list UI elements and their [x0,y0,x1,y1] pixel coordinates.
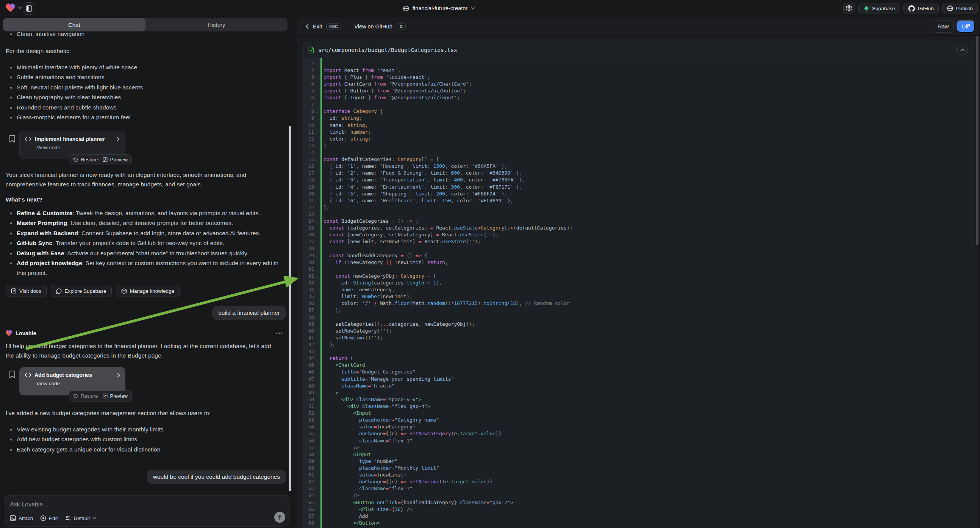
line-text: setNewCategory(''); [323,328,392,334]
design-bullet-list: Minimalist interface with plenty of whit… [6,62,286,122]
line-text: placeholder="Monthly limit" [323,465,439,471]
code-line: 60 placeholder="Monthly limit" [304,464,975,471]
bookmark-icon[interactable] [9,135,16,143]
line-number: 15 [304,156,314,162]
line-text: { id: '6', name: 'Healthcare', limit: 15… [323,198,513,204]
publish-button[interactable]: Publish [942,3,978,14]
line-number: 58 [304,452,314,457]
line-text: { id: '5', name: 'Shopping', limit: 200,… [323,191,507,197]
project-selector[interactable]: financial-future-creator [402,0,475,17]
fold-spacer [314,241,320,242]
line-number: 5 [304,88,314,94]
collapse-file-button[interactable] [957,45,967,55]
list-item: Each category gets a unique color for vi… [6,445,286,455]
fold-spacer [314,488,320,489]
restore-button[interactable]: Restore [73,393,98,399]
code-line: 42 }; [304,341,975,348]
line-number: 44 [304,355,314,361]
whats-next-list: Refine & Customize: Tweak the design, an… [6,208,286,278]
line-number: 30 [304,259,314,265]
user-message-bubble: build a financial planner [212,306,286,320]
chat-input-box[interactable]: Ask Lovable... Attach Edit [4,495,290,526]
exit-button[interactable]: Exit [313,24,322,30]
sidebar-toggle-button[interactable] [23,2,35,15]
external-link-icon [11,288,16,294]
view-code-link[interactable]: View code [20,142,125,150]
line-number: 68 [304,520,314,526]
send-button[interactable] [274,512,285,523]
code-line: 30 if (!newCategory || !newLimit) return… [304,259,975,266]
line-number: 41 [304,335,314,340]
github-button[interactable]: GitHub [904,3,939,14]
edit-button[interactable]: Edit [40,515,57,521]
code-line: 52 <Input [304,410,975,417]
code-line: 23 [304,211,975,218]
code-line: 28 [304,245,975,252]
code-scrollbar[interactable] [976,36,978,245]
fold-spacer [314,234,320,235]
line-number: 46 [304,369,314,375]
list-item: Subtle animations and transitions [6,72,286,82]
view-on-github-button[interactable]: View on GitHub [354,24,392,30]
bookmark-icon[interactable] [9,371,16,379]
line-text: onChange={(e) => setNewCategory(e.target… [323,431,501,436]
raw-toggle-button[interactable]: Raw [933,20,954,33]
code-editor[interactable]: 12import React from 'react';3import { Pl… [304,58,975,528]
code-line: 3import { Plus } from 'lucide-react'; [304,73,975,80]
chat-panel: Chat History Clean, intuitive navigation… [0,17,296,528]
line-number: 22 [304,205,314,210]
code-line: 49 > [304,389,975,396]
diff-toggle-button[interactable]: Diff [956,20,975,33]
fold-spacer [314,180,320,180]
line-text: import { Input } from '@/components/ui/i… [323,95,460,100]
fold-spacer [314,330,320,331]
line-text: className="h-auto" [323,383,395,389]
chat-scrollbar[interactable] [289,126,291,491]
message-menu-button[interactable] [276,332,286,334]
version-card-title: Implement financial planner [35,136,113,142]
lovable-logo-icon[interactable] [5,3,16,13]
code-line: 6import { Input } from '@/components/ui/… [304,94,975,101]
explore-supabase-button[interactable]: Explore Supabase [51,285,112,297]
fold-spacer [314,296,320,297]
line-text: limit: Number(newLimit), [323,294,412,299]
gear-icon [846,5,852,12]
file-header[interactable]: src/components/budget/BudgetCategories.t… [304,42,975,58]
settings-button[interactable] [843,3,855,14]
visit-docs-button[interactable]: Visit docs [6,285,46,297]
manage-knowledge-button[interactable]: Manage knowledge [116,285,180,297]
code-line: 1 [304,60,975,67]
chevron-left-icon[interactable] [305,24,309,29]
quick-actions-row: Visit docs Explore Supabase Manage knowl… [6,285,180,297]
preview-button[interactable]: Preview [103,393,128,399]
line-number: 35 [304,294,314,299]
supabase-button[interactable]: Supabase [858,3,900,14]
fold-spacer [314,433,320,434]
line-number: 2 [304,67,314,73]
preview-button[interactable]: Preview [103,157,128,162]
restore-button[interactable]: Restore [73,157,98,162]
restore-label: Restore [81,393,98,399]
fold-spacer [314,372,320,372]
list-item: GitHub Sync: Transfer your project's cod… [6,238,286,248]
line-text: > [323,390,338,396]
code-line: 17 { id: '2', name: 'Food & Dining', lim… [304,170,975,177]
line-number: 42 [304,342,314,347]
line-text: className="flex-1" [323,438,412,444]
line-text: setCategories([...categories, newCategor… [323,321,475,327]
mode-selector[interactable]: Default [65,515,97,521]
attach-button[interactable]: Attach [10,515,33,521]
line-number: 33 [304,280,314,286]
line-number: 21 [304,198,314,204]
supabase-icon [863,5,869,11]
workspace-chevron-down-icon[interactable] [18,6,22,9]
preview-label: Preview [110,393,128,399]
assistant-name: Lovable [16,330,37,336]
publish-globe-icon [947,5,953,11]
line-text: interface Category { [323,108,383,114]
view-code-link[interactable]: View code [19,378,126,386]
code-icon [25,373,31,377]
package-icon [121,288,127,294]
line-number: 64 [304,492,314,498]
fold-spacer [314,413,320,413]
